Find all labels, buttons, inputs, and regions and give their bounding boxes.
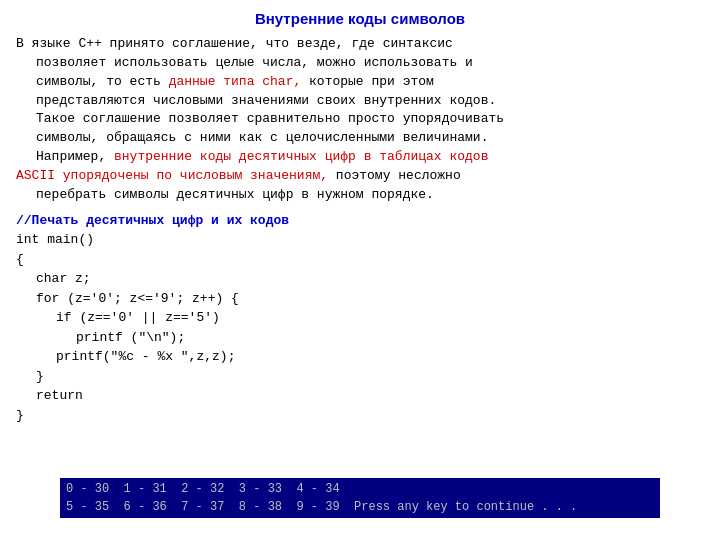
prose-line4: представляются числовыми значениями свои…: [36, 93, 496, 108]
prose-line8b: поэтому несложно: [328, 168, 461, 183]
prose-line1: В языке С++ принято соглашение, что везд…: [16, 36, 453, 51]
code-open-brace: {: [16, 250, 704, 270]
code-printf-fmt: printf("%c - %x ",z,z);: [16, 347, 704, 367]
code-comment: //Печать десятичных цифр и их кодов: [16, 211, 704, 231]
prose-highlight2: внутренние коды десятичных цифр в таблиц…: [114, 149, 488, 164]
code-main: int main(): [16, 230, 704, 250]
code-close-main: }: [16, 406, 704, 426]
code-close-for: }: [16, 367, 704, 387]
prose-highlight1: данные типа char,: [169, 74, 302, 89]
code-char-decl: char z;: [16, 269, 704, 289]
prose-line7a: Например,: [36, 149, 114, 164]
prose-highlight3: ASCII упорядочены по числовым значениям,: [16, 168, 328, 183]
code-return: return: [16, 386, 704, 406]
terminal-window: 0 - 30 1 - 31 2 - 32 3 - 33 4 - 34 5 - 3…: [60, 478, 660, 518]
prose-line5: Такое соглашение позволяет сравнительно …: [36, 111, 504, 126]
code-for-loop: for (z='0'; z<='9'; z++) {: [16, 289, 704, 309]
terminal-line2: 5 - 35 6 - 36 7 - 37 8 - 38 9 - 39 Press…: [66, 498, 654, 516]
prose-line3a: символы, то есть: [36, 74, 169, 89]
page: Внутренние коды символов В языке С++ при…: [0, 0, 720, 540]
terminal-line1: 0 - 30 1 - 31 2 - 32 3 - 33 4 - 34: [66, 480, 654, 498]
prose-paragraph: В языке С++ принято соглашение, что везд…: [16, 35, 704, 205]
prose-line2: позволяет использовать целые числа, можн…: [36, 55, 473, 70]
code-if-stmt: if (z=='0' || z=='5'): [16, 308, 704, 328]
prose-line6: символы, обращаясь с ними как с целочисл…: [36, 130, 488, 145]
code-block: //Печать десятичных цифр и их кодов int …: [16, 211, 704, 426]
prose-line9: перебрать символы десятичных цифр в нужн…: [36, 187, 434, 202]
code-printf-newline: printf ("\n");: [16, 328, 704, 348]
page-title: Внутренние коды символов: [16, 10, 704, 27]
prose-line3b: которые при этом: [301, 74, 434, 89]
